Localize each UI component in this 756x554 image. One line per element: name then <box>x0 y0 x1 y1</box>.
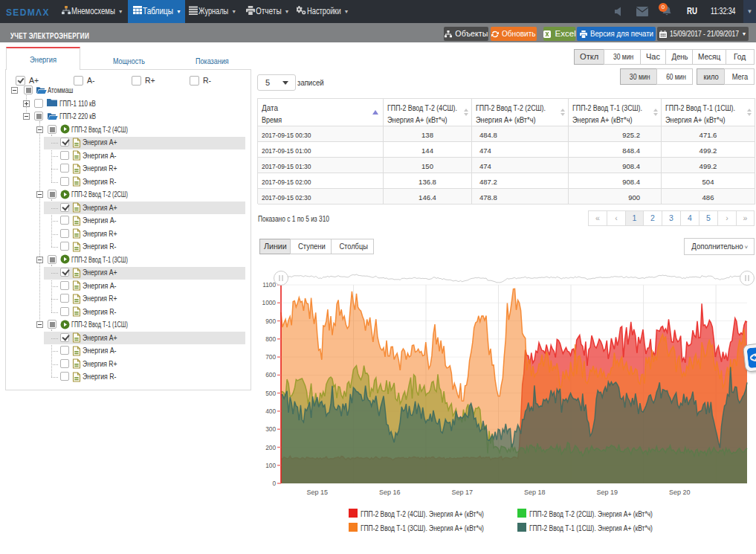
svg-text:200: 200 <box>265 444 276 451</box>
svg-text:900: 900 <box>265 318 276 325</box>
svg-text:Sep 20: Sep 20 <box>669 489 691 496</box>
svg-text:1000: 1000 <box>262 299 277 306</box>
svg-text:1100: 1100 <box>262 281 276 289</box>
svg-text:0: 0 <box>272 480 276 487</box>
svg-text:700: 700 <box>265 353 276 361</box>
svg-text:400: 400 <box>265 408 276 415</box>
svg-text:500: 500 <box>265 390 276 397</box>
svg-text:300: 300 <box>265 425 276 433</box>
svg-text:Sep 16: Sep 16 <box>379 489 401 496</box>
svg-text:800: 800 <box>265 335 276 343</box>
svg-text:Sep 19: Sep 19 <box>597 489 618 496</box>
svg-text:100: 100 <box>265 462 276 469</box>
svg-text:Sep 17: Sep 17 <box>452 489 474 496</box>
svg-text:Sep 15: Sep 15 <box>307 489 329 496</box>
svg-text:600: 600 <box>265 371 276 379</box>
svg-text:Sep 18: Sep 18 <box>524 489 546 496</box>
